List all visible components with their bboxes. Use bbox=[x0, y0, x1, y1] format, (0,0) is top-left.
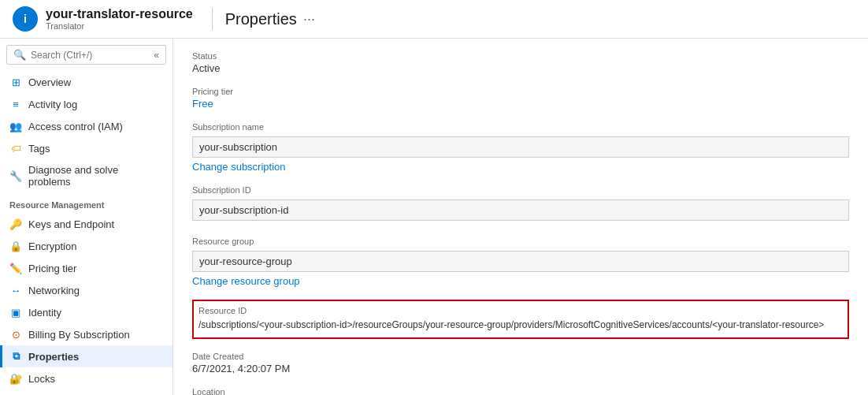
search-input[interactable] bbox=[31, 50, 149, 61]
resource-management-label: Resource Management bbox=[0, 192, 172, 213]
overview-icon: ⊞ bbox=[9, 76, 22, 88]
sidebar-item-tags-label: Tags bbox=[28, 143, 50, 155]
sidebar-item-locks-label: Locks bbox=[28, 373, 55, 385]
sidebar-item-access-control-label: Access control (IAM) bbox=[28, 121, 123, 132]
pricing-field: Pricing tier Free bbox=[192, 87, 849, 110]
top-header: i your-translator-resource Translator Pr… bbox=[0, 0, 868, 39]
resource-icon: i bbox=[13, 6, 38, 32]
sidebar-item-properties-label: Properties bbox=[28, 351, 79, 363]
date-created-value: 6/7/2021, 4:20:07 PM bbox=[192, 363, 849, 375]
networking-icon: ↔ bbox=[9, 284, 22, 296]
activity-log-icon: ≡ bbox=[9, 98, 22, 110]
sidebar-item-keys-endpoint-label: Keys and Endpoint bbox=[28, 218, 114, 230]
status-label: Status bbox=[192, 51, 849, 61]
more-options-button[interactable]: ··· bbox=[303, 11, 315, 28]
sidebar-item-encryption[interactable]: 🔒 Encryption bbox=[0, 235, 172, 257]
change-subscription-link[interactable]: Change subscription bbox=[192, 161, 849, 173]
sidebar-item-properties[interactable]: ⧉ Properties bbox=[0, 345, 172, 367]
sidebar-item-activity-log-label: Activity log bbox=[28, 99, 77, 110]
sidebar-item-pricing-tier[interactable]: ✏️ Pricing tier bbox=[0, 257, 172, 279]
main-layout: 🔍 « ⊞ Overview ≡ Activity log 👥 Access c… bbox=[0, 39, 868, 395]
sidebar-item-locks[interactable]: 🔐 Locks bbox=[0, 367, 172, 389]
sidebar-item-pricing-tier-label: Pricing tier bbox=[28, 263, 76, 274]
sidebar-item-access-control[interactable]: 👥 Access control (IAM) bbox=[0, 115, 172, 137]
subscription-id-input[interactable] bbox=[192, 199, 849, 221]
resource-group-field: Resource group Change resource group bbox=[192, 237, 849, 287]
sidebar-item-diagnose-label: Diagnose and solve problems bbox=[28, 164, 163, 188]
resource-id-value: /subscriptions/<your-subscription-id>/re… bbox=[198, 317, 843, 333]
billing-icon: ⊙ bbox=[9, 328, 22, 341]
sidebar-item-overview[interactable]: ⊞ Overview bbox=[0, 71, 172, 93]
sidebar-item-identity[interactable]: ▣ Identity bbox=[0, 301, 172, 323]
page-title: Properties bbox=[225, 10, 297, 28]
resource-id-label: Resource ID bbox=[198, 306, 843, 315]
sidebar-item-billing[interactable]: ⊙ Billing By Subscription bbox=[0, 323, 172, 345]
diagnose-icon: 🔧 bbox=[9, 170, 22, 182]
keys-endpoint-icon: 🔑 bbox=[9, 218, 22, 230]
access-control-icon: 👥 bbox=[9, 120, 22, 132]
content-area: Status Active Pricing tier Free Subscrip… bbox=[173, 39, 868, 395]
locks-icon: 🔐 bbox=[9, 372, 22, 385]
encryption-icon: 🔒 bbox=[9, 240, 22, 252]
status-field: Status Active bbox=[192, 51, 849, 74]
pricing-label: Pricing tier bbox=[192, 87, 849, 96]
resource-group-input[interactable] bbox=[192, 251, 849, 272]
sidebar-item-activity-log[interactable]: ≡ Activity log bbox=[0, 93, 172, 115]
sidebar-item-encryption-label: Encryption bbox=[28, 240, 76, 252]
subscription-name-input[interactable] bbox=[192, 136, 849, 158]
date-created-field: Date Created 6/7/2021, 4:20:07 PM bbox=[192, 352, 849, 375]
location-field: Location West US 2 bbox=[192, 387, 849, 395]
change-resource-group-link[interactable]: Change resource group bbox=[192, 275, 849, 287]
pricing-value[interactable]: Free bbox=[192, 98, 849, 110]
resource-name: your-translator-resource bbox=[46, 7, 193, 21]
sidebar-item-overview-label: Overview bbox=[28, 76, 71, 88]
sidebar-item-tags[interactable]: 🏷 Tags bbox=[0, 137, 172, 159]
sidebar-item-identity-label: Identity bbox=[28, 307, 61, 319]
search-box[interactable]: 🔍 « bbox=[6, 45, 166, 65]
sidebar-item-networking[interactable]: ↔ Networking bbox=[0, 279, 172, 301]
tags-icon: 🏷 bbox=[9, 142, 22, 155]
sidebar-item-diagnose[interactable]: 🔧 Diagnose and solve problems bbox=[0, 159, 172, 192]
pricing-tier-icon: ✏️ bbox=[9, 262, 22, 274]
location-label: Location bbox=[192, 387, 849, 395]
subscription-name-field: Subscription name Change subscription bbox=[192, 122, 849, 173]
sidebar: 🔍 « ⊞ Overview ≡ Activity log 👥 Access c… bbox=[0, 39, 173, 395]
subscription-name-label: Subscription name bbox=[192, 122, 849, 132]
date-created-label: Date Created bbox=[192, 352, 849, 361]
resource-id-field: Resource ID /subscriptions/<your-subscri… bbox=[192, 300, 849, 339]
resource-id-section: Resource ID /subscriptions/<your-subscri… bbox=[192, 300, 849, 339]
resource-group-label: Resource group bbox=[192, 237, 849, 246]
subscription-id-label: Subscription ID bbox=[192, 185, 849, 195]
header-title-block: your-translator-resource Translator bbox=[46, 7, 193, 31]
sidebar-item-keys-endpoint[interactable]: 🔑 Keys and Endpoint bbox=[0, 213, 172, 235]
identity-icon: ▣ bbox=[9, 306, 22, 319]
header-divider bbox=[212, 8, 213, 30]
collapse-button[interactable]: « bbox=[154, 50, 159, 61]
properties-icon: ⧉ bbox=[9, 350, 22, 363]
resource-type: Translator bbox=[46, 21, 193, 31]
search-icon: 🔍 bbox=[13, 49, 26, 61]
status-value: Active bbox=[192, 62, 849, 74]
subscription-id-field: Subscription ID bbox=[192, 185, 849, 224]
sidebar-item-billing-label: Billing By Subscription bbox=[28, 329, 130, 341]
sidebar-item-networking-label: Networking bbox=[28, 285, 80, 296]
